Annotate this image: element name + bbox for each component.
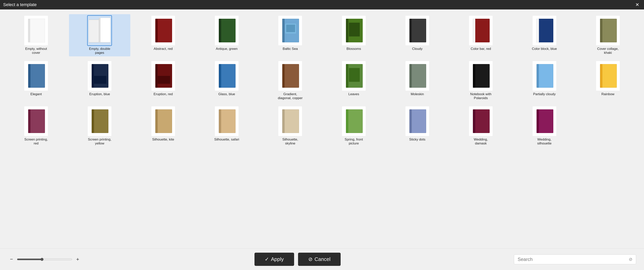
template-label-color-block-blue: Color block, blue — [532, 47, 557, 51]
template-item-rainbow[interactable]: Rainbow — [577, 60, 638, 102]
zoom-out-button[interactable]: − — [8, 256, 15, 263]
template-label-silhouette-skyline: Silhouette, skyline — [277, 138, 303, 146]
template-label-cloudy: Cloudy — [412, 47, 422, 51]
template-item-partially-cloudy[interactable]: Partially cloudy — [514, 60, 575, 102]
template-item-empty-no-cover[interactable]: Empty, without cover — [6, 14, 67, 56]
svg-rect-33 — [28, 64, 30, 88]
template-thumb-color-bar-red — [469, 16, 492, 45]
template-thumb-eruption-blue — [88, 61, 111, 91]
template-item-leaves[interactable]: Leaves — [323, 60, 384, 102]
template-label-empty-no-cover: Empty, without cover — [23, 47, 49, 55]
search-clear-button[interactable]: ⊘ — [629, 257, 632, 262]
svg-rect-24 — [473, 19, 475, 42]
svg-rect-50 — [346, 64, 348, 88]
template-thumb-color-block-blue — [533, 16, 556, 45]
svg-rect-9 — [219, 19, 221, 42]
svg-rect-4 — [99, 18, 100, 42]
template-thumb-eruption-red — [152, 61, 175, 91]
svg-rect-14 — [286, 25, 295, 32]
template-thumb-silhouette-kite — [152, 106, 175, 136]
svg-rect-80 — [346, 110, 363, 133]
template-item-screen-red[interactable]: Screen printing, red — [6, 105, 67, 147]
template-item-abstract-red[interactable]: Abstract, red — [133, 14, 194, 56]
svg-rect-23 — [473, 19, 490, 42]
zoom-controls: − + — [8, 256, 81, 263]
svg-rect-30 — [600, 19, 602, 42]
template-thumb-glass-blue — [215, 61, 238, 91]
template-item-cover-collage-khaki[interactable]: Cover collage, khaki — [577, 14, 638, 56]
main-content: Empty, without cover Empty, double pages… — [0, 10, 644, 248]
template-label-antique-green: Antique, green — [216, 47, 238, 51]
zoom-slider[interactable] — [17, 258, 72, 261]
template-label-leaves: Leaves — [348, 92, 359, 96]
template-item-eruption-red[interactable]: Eruption, red — [133, 60, 194, 102]
template-item-screen-yellow[interactable]: Screen printing, yellow — [69, 105, 130, 147]
template-item-glass-blue[interactable]: Glass, blue — [196, 60, 257, 102]
svg-rect-20 — [410, 19, 426, 42]
svg-rect-6 — [155, 19, 158, 42]
template-item-cloudy[interactable]: Cloudy — [387, 14, 448, 56]
svg-rect-65 — [28, 110, 45, 133]
svg-rect-90 — [536, 110, 539, 133]
svg-rect-12 — [282, 19, 285, 42]
template-label-silhouette-kite: Silhouette, kite — [152, 138, 174, 142]
template-label-silhouette-safari: Silhouette, safari — [214, 138, 239, 142]
svg-rect-37 — [93, 76, 106, 84]
search-input[interactable] — [518, 256, 627, 262]
svg-rect-60 — [536, 64, 539, 88]
svg-rect-84 — [410, 110, 412, 133]
template-thumb-wedding-silhouette — [533, 106, 556, 136]
template-item-antique-green[interactable]: Antique, green — [196, 14, 257, 56]
svg-rect-53 — [410, 64, 426, 88]
template-label-cover-collage-khaki: Cover collage, khaki — [595, 47, 621, 55]
template-item-silhouette-kite[interactable]: Silhouette, kite — [133, 105, 194, 147]
template-item-empty-double[interactable]: Empty, double pages — [69, 14, 130, 56]
template-item-blossoms[interactable]: Blossoms — [323, 14, 384, 56]
template-label-wedding-silhouette: Wedding, silhouette — [532, 138, 557, 146]
svg-rect-8 — [219, 19, 236, 42]
close-button[interactable]: ✕ — [634, 1, 641, 8]
apply-button[interactable]: ✓ Apply — [254, 253, 294, 266]
template-item-sticky-dots[interactable]: Sticky dots — [387, 105, 448, 147]
svg-rect-87 — [473, 110, 475, 133]
svg-rect-17 — [346, 19, 348, 42]
template-item-gradient-copper[interactable]: Gradient, diagonal, copper — [260, 60, 321, 102]
template-item-wedding-silhouette[interactable]: Wedding, silhouette — [514, 105, 575, 147]
template-thumb-empty-double — [88, 16, 111, 45]
template-label-sticky-dots: Sticky dots — [409, 138, 426, 142]
template-item-color-bar-red[interactable]: Color bar, red — [450, 14, 511, 56]
template-thumb-leaves — [342, 61, 366, 91]
template-thumb-moleskin — [406, 61, 429, 91]
template-item-color-block-blue[interactable]: Color block, blue — [514, 14, 575, 56]
svg-rect-75 — [219, 110, 221, 133]
checkmark-icon: ✓ — [265, 256, 269, 262]
svg-rect-77 — [282, 110, 299, 133]
svg-rect-69 — [92, 110, 94, 133]
svg-rect-56 — [473, 64, 490, 88]
svg-rect-32 — [28, 64, 45, 88]
cancel-icon: ⊘ — [308, 256, 313, 262]
svg-rect-0 — [28, 19, 45, 42]
template-item-baltic-sea[interactable]: Baltic Sea — [260, 14, 321, 56]
template-item-eruption-blue[interactable]: Eruption, blue — [69, 60, 130, 102]
zoom-in-button[interactable]: + — [74, 256, 81, 263]
template-label-moleskin: Moleskin — [410, 92, 424, 96]
template-item-silhouette-skyline[interactable]: Silhouette, skyline — [260, 105, 321, 147]
template-item-moleskin[interactable]: Moleskin — [387, 60, 448, 102]
center-actions: ✓ Apply ⊘ Cancel — [254, 253, 341, 266]
cancel-button[interactable]: ⊘ Cancel — [298, 253, 341, 266]
template-thumb-cover-collage-khaki — [596, 16, 620, 45]
template-thumb-wedding-damask — [469, 106, 492, 136]
template-item-notebook-polaroids[interactable]: Notebook with Polaroids — [450, 60, 511, 102]
template-label-glass-blue: Glass, blue — [218, 92, 235, 96]
svg-rect-2 — [89, 20, 99, 42]
template-item-silhouette-safari[interactable]: Silhouette, safari — [196, 105, 257, 147]
template-item-elegant[interactable]: Elegant — [6, 60, 67, 102]
template-item-spring-front[interactable]: Spring, front picture — [323, 105, 384, 147]
svg-rect-1 — [28, 19, 30, 42]
template-label-screen-red: Screen printing, red — [23, 138, 49, 146]
template-item-wedding-damask[interactable]: Wedding, damask — [450, 105, 511, 147]
svg-rect-66 — [28, 110, 30, 133]
template-label-rainbow: Rainbow — [602, 92, 614, 96]
svg-rect-44 — [219, 64, 221, 88]
